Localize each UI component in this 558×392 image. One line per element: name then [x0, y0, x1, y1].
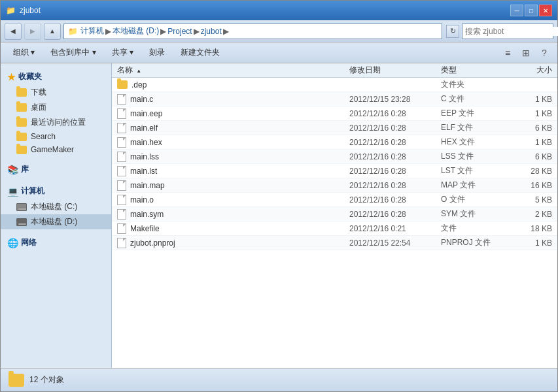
file-type: PNPROJ 文件 — [441, 237, 506, 248]
file-size: 28 KB — [506, 167, 552, 176]
file-name: main.hex — [117, 137, 349, 148]
file-date: 2012/12/16 0:28 — [349, 138, 441, 147]
address-box[interactable]: 📁 计算机 ▶ 本地磁盘 (D:) ▶ Project ▶ zjubot ▶ — [63, 24, 442, 39]
library-section: 📚 库 — [1, 161, 111, 178]
table-row[interactable]: Makefile 2012/12/16 0:21 文件 18 KB — [112, 221, 557, 236]
burn-button[interactable]: 刻录 — [142, 44, 172, 61]
folder-download-icon — [16, 88, 27, 97]
sidebar-item-search[interactable]: Search — [1, 130, 111, 143]
table-row[interactable]: main.lss 2012/12/16 0:28 LSS 文件 6 KB — [112, 150, 557, 164]
include-library-button[interactable]: 包含到库中 ▾ — [43, 44, 103, 61]
favorites-header[interactable]: ★ 收藏夹 — [1, 69, 111, 85]
table-row[interactable]: .dep 文件夹 — [112, 78, 557, 92]
col-date-header[interactable]: 修改日期 — [349, 65, 441, 76]
help-button[interactable]: ? — [536, 45, 552, 61]
file-icon — [117, 223, 126, 234]
computer-section: 💻 计算机 本地磁盘 (C:) 本地磁盘 (D:) — [1, 183, 111, 229]
col-size-header[interactable]: 大小 — [506, 65, 552, 76]
table-row[interactable]: main.sym 2012/12/16 0:28 SYM 文件 2 KB — [112, 207, 557, 221]
sidebar-item-desktop[interactable]: 桌面 — [1, 100, 111, 115]
sidebar-item-download[interactable]: 下载 — [1, 85, 111, 100]
file-type: 文件夹 — [441, 79, 506, 90]
file-size: 2 KB — [506, 210, 552, 219]
network-icon: 🌐 — [7, 238, 18, 248]
file-size: 5 KB — [506, 195, 552, 204]
table-row[interactable]: main.c 2012/12/15 23:28 C 文件 1 KB — [112, 92, 557, 106]
folder-gamemaker-icon — [16, 146, 27, 154]
drive-c-label: 本地磁盘 (C:) — [31, 201, 77, 212]
file-type: LST 文件 — [441, 165, 506, 176]
library-header[interactable]: 📚 库 — [1, 161, 111, 178]
drive-d-label: 本地磁盘 (D:) — [31, 216, 77, 227]
file-name: main.map — [117, 180, 349, 191]
file-date: 2012/12/16 0:28 — [349, 123, 441, 133]
new-folder-button[interactable]: 新建文件夹 — [173, 44, 227, 61]
col-name-label: 名称 — [117, 65, 133, 74]
view-details-button[interactable]: ≡ — [500, 45, 515, 61]
sidebar-item-drive-d[interactable]: 本地磁盘 (D:) — [1, 214, 111, 229]
table-row[interactable]: zjubot.pnproj 2012/12/15 22:54 PNPROJ 文件… — [112, 236, 557, 250]
sidebar-item-recent[interactable]: 最近访问的位置 — [1, 115, 111, 130]
file-date: 2012/12/16 0:28 — [349, 109, 441, 118]
file-icon — [117, 137, 126, 148]
file-type: O 文件 — [441, 194, 506, 205]
file-name: .dep — [117, 80, 349, 90]
path-zjubot[interactable]: zjubot — [201, 27, 222, 36]
table-row[interactable]: main.hex 2012/12/16 0:28 HEX 文件 1 KB — [112, 135, 557, 150]
table-row[interactable]: main.elf 2012/12/16 0:28 ELF 文件 6 KB — [112, 121, 557, 135]
organize-button[interactable]: 组织 ▾ — [6, 44, 42, 61]
network-label: 网络 — [21, 237, 37, 248]
share-button[interactable]: 共享 ▾ — [105, 44, 141, 61]
file-icon — [117, 94, 126, 105]
search-box[interactable]: 🔍 — [462, 24, 553, 39]
sidebar-item-gamemaker[interactable]: GameMaker — [1, 143, 111, 156]
col-name-header[interactable]: 名称 ▲ — [117, 65, 349, 76]
address-folder-icon: 📁 — [68, 27, 78, 36]
table-row[interactable]: main.lst 2012/12/16 0:28 LST 文件 28 KB — [112, 164, 557, 178]
favorites-section: ★ 收藏夹 下载 桌面 最近访问的位置 Search — [1, 69, 111, 156]
network-header[interactable]: 🌐 网络 — [1, 235, 111, 251]
path-sep-1: ▶ — [105, 27, 111, 36]
file-type: HEX 文件 — [441, 137, 506, 148]
folder-desktop-icon — [16, 103, 27, 112]
table-row[interactable]: main.eep 2012/12/16 0:28 EEP 文件 1 KB — [112, 106, 557, 121]
file-date: 2012/12/16 0:28 — [349, 195, 441, 204]
file-date: 2012/12/15 23:28 — [349, 95, 441, 104]
path-drive[interactable]: 本地磁盘 (D:) — [113, 25, 159, 37]
network-section: 🌐 网络 — [1, 235, 111, 251]
path-sep-3: ▶ — [194, 27, 200, 36]
computer-header[interactable]: 💻 计算机 — [1, 183, 111, 199]
file-type: 文件 — [441, 223, 506, 234]
file-type: C 文件 — [441, 93, 506, 105]
col-type-header[interactable]: 类型 — [441, 65, 506, 76]
path-computer[interactable]: 计算机 — [80, 25, 104, 37]
file-type: LSS 文件 — [441, 151, 506, 162]
toolbar: 组织 ▾ 包含到库中 ▾ 共享 ▾ 刻录 新建文件夹 ≡ ⊞ ? — [1, 42, 557, 63]
folder-icon — [117, 80, 128, 89]
file-icon — [117, 123, 126, 133]
file-size: 1 KB — [506, 109, 552, 118]
table-row[interactable]: main.o 2012/12/16 0:28 O 文件 5 KB — [112, 193, 557, 207]
sidebar-item-drive-c[interactable]: 本地磁盘 (C:) — [1, 199, 111, 214]
forward-button[interactable]: ▶ — [24, 23, 41, 40]
table-row[interactable]: main.map 2012/12/16 0:28 MAP 文件 16 KB — [112, 178, 557, 193]
window-title: zjubot — [20, 6, 41, 15]
favorites-label: 收藏夹 — [18, 71, 42, 82]
minimize-button[interactable]: ─ — [510, 5, 523, 16]
refresh-button[interactable]: ↻ — [446, 25, 459, 38]
view-large-button[interactable]: ⊞ — [518, 45, 534, 61]
computer-icon: 💻 — [7, 186, 18, 197]
col-type-label: 类型 — [441, 65, 457, 74]
file-date: 2012/12/16 0:28 — [349, 167, 441, 176]
file-size: 6 KB — [506, 152, 552, 161]
close-button[interactable]: ✕ — [539, 5, 552, 16]
status-bar: 12 个对象 — [1, 368, 557, 391]
file-rows-container: .dep 文件夹 main.c 2012/12/15 23:28 C 文件 1 … — [112, 78, 557, 250]
up-button[interactable]: ▲ — [44, 23, 61, 40]
path-project[interactable]: Project — [167, 27, 192, 36]
maximize-button[interactable]: □ — [525, 5, 538, 16]
file-icon — [117, 166, 126, 176]
search-input[interactable] — [465, 27, 558, 36]
file-name: zjubot.pnproj — [117, 238, 349, 248]
back-button[interactable]: ◀ — [5, 23, 22, 40]
